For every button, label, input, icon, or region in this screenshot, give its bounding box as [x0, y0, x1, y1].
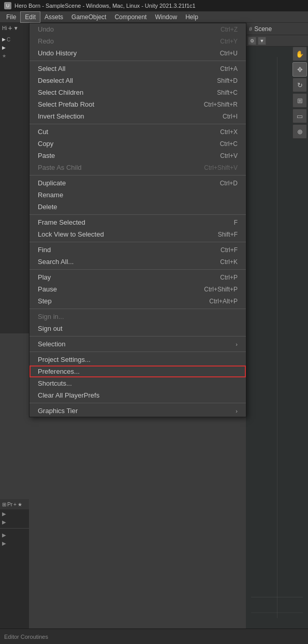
selection-arrow: ›	[236, 341, 238, 347]
menu-item-lock-view[interactable]: Lock View to Selected Shift+F	[30, 228, 246, 240]
scale-tool[interactable]: ⊞	[292, 93, 307, 108]
cut-label: Cut	[38, 128, 48, 136]
menu-item-frame-selected[interactable]: Frame Selected F	[30, 216, 246, 228]
menu-item-duplicate[interactable]: Duplicate Ctrl+D	[30, 177, 246, 189]
menu-file[interactable]: File	[2, 11, 20, 23]
project-header: ⊞ Pr + ★	[0, 499, 29, 509]
pause-shortcut: Ctrl+Shift+P	[204, 286, 238, 293]
transform-tool[interactable]: ⊕	[292, 124, 307, 139]
project-icon: ⊞	[2, 502, 6, 507]
graphics-tier-label: Graphics Tier	[38, 407, 78, 415]
separator-5	[30, 242, 246, 242]
menu-item-rename[interactable]: Rename	[30, 189, 246, 201]
sign-out-label: Sign out	[38, 325, 63, 332]
separator-7	[30, 309, 246, 309]
scene-tools-panel: ✋ ✥ ↻ ⊞ ▭ ⊕	[292, 47, 307, 139]
graphics-tier-arrow: ›	[236, 408, 238, 414]
menu-bar: File Edit Assets GameObject Component Wi…	[0, 11, 308, 23]
menu-item-select-all[interactable]: Select All Ctrl+A	[30, 63, 246, 75]
select-children-label: Select Children	[38, 89, 83, 96]
menu-window[interactable]: Window	[151, 11, 181, 23]
menu-item-selection[interactable]: Selection ›	[30, 338, 246, 350]
hierarchy-menu-icon[interactable]: ▼	[13, 25, 19, 31]
hand-tool[interactable]: ✋	[292, 47, 307, 61]
hierarchy-item[interactable]: ▶ C	[0, 35, 29, 43]
menu-component[interactable]: Component	[110, 11, 151, 23]
menu-item-graphics-tier[interactable]: Graphics Tier ›	[30, 405, 246, 417]
menu-item-preferences[interactable]: Preferences...	[30, 365, 246, 377]
separator-9	[30, 352, 246, 352]
menu-item-step[interactable]: Step Ctrl+Alt+P	[30, 295, 246, 307]
invert-selection-shortcut: Ctrl+I	[223, 113, 238, 120]
separator-2	[30, 124, 246, 124]
menu-help[interactable]: Help	[181, 11, 202, 23]
menu-item-sign-in[interactable]: Sign in...	[30, 311, 246, 323]
clear-playerprefs-label: Clear All PlayerPrefs	[38, 391, 99, 399]
undo-history-shortcut: Ctrl+U	[220, 50, 238, 57]
scene-title: Scene	[254, 25, 272, 33]
hierarchy-item-3[interactable]: ★	[0, 52, 29, 60]
find-shortcut: Ctrl+F	[221, 246, 238, 254]
step-label: Step	[38, 297, 52, 305]
menu-item-delete[interactable]: Delete	[30, 201, 246, 213]
separator-4	[30, 214, 246, 215]
delete-label: Delete	[38, 203, 57, 211]
undo-shortcut: Ctrl+Z	[221, 26, 238, 33]
project-tree-item-3[interactable]: ▶	[0, 531, 29, 539]
scene-toolbar-settings[interactable]: ⚙	[248, 37, 256, 45]
project-tree-item-4[interactable]: ▶	[0, 539, 29, 547]
duplicate-shortcut: Ctrl+D	[220, 180, 238, 187]
paste-label: Paste	[38, 152, 55, 159]
menu-item-search-all[interactable]: Search All... Ctrl+K	[30, 256, 246, 268]
cut-shortcut: Ctrl+X	[220, 128, 238, 136]
redo-shortcut: Ctrl+Y	[220, 38, 238, 45]
hierarchy-item-2[interactable]: ▶	[0, 43, 29, 52]
bottom-label: Editor Coroutines	[4, 634, 48, 640]
menu-item-pause[interactable]: Pause Ctrl+Shift+P	[30, 283, 246, 295]
menu-item-cut[interactable]: Cut Ctrl+X	[30, 126, 246, 138]
grid-line-v	[277, 57, 277, 618]
select-children-shortcut: Shift+C	[217, 89, 238, 96]
menu-item-play[interactable]: Play Ctrl+P	[30, 271, 246, 283]
move-tool[interactable]: ✥	[292, 62, 307, 77]
play-label: Play	[38, 273, 51, 281]
app-icon: U	[4, 2, 11, 9]
hierarchy-plus-icon[interactable]: +	[8, 24, 12, 32]
menu-gameobject[interactable]: GameObject	[67, 11, 110, 23]
menu-edit[interactable]: Edit	[20, 11, 40, 23]
deselect-all-shortcut: Shift+D	[217, 77, 238, 84]
project-star-icon[interactable]: ★	[18, 502, 22, 507]
menu-item-undo-history[interactable]: Undo History Ctrl+U	[30, 47, 246, 59]
search-all-label: Search All...	[38, 258, 74, 266]
menu-item-invert-selection[interactable]: Invert Selection Ctrl+I	[30, 110, 246, 122]
menu-item-copy[interactable]: Copy Ctrl+C	[30, 138, 246, 150]
window-title: Hero Born - SampleScene - Windows, Mac, …	[14, 3, 196, 9]
menu-item-select-prefab-root[interactable]: Select Prefab Root Ctrl+Shift+R	[30, 98, 246, 110]
separator-8	[30, 336, 246, 336]
project-tree-item-2[interactable]: ▶	[0, 518, 29, 526]
project-plus-icon[interactable]: +	[13, 502, 17, 507]
menu-item-paste-as-child[interactable]: Paste As Child Ctrl+Shift+V	[30, 162, 246, 173]
menu-item-select-children[interactable]: Select Children Shift+C	[30, 86, 246, 98]
select-all-shortcut: Ctrl+A	[220, 65, 238, 72]
menu-item-project-settings[interactable]: Project Settings...	[30, 354, 246, 365]
hierarchy-label: Hi	[2, 25, 7, 31]
menu-item-paste[interactable]: Paste Ctrl+V	[30, 150, 246, 162]
menu-item-redo[interactable]: Redo Ctrl+Y	[30, 35, 246, 47]
menu-item-deselect-all[interactable]: Deselect All Shift+D	[30, 75, 246, 86]
rect-tool[interactable]: ▭	[292, 109, 307, 123]
frame-selected-label: Frame Selected	[38, 218, 85, 226]
menu-item-shortcuts[interactable]: Shortcuts...	[30, 377, 246, 389]
paste-as-child-label: Paste As Child	[38, 164, 82, 171]
menu-assets[interactable]: Assets	[40, 11, 67, 23]
menu-item-find[interactable]: Find Ctrl+F	[30, 244, 246, 256]
menu-item-sign-out[interactable]: Sign out	[30, 323, 246, 334]
rotate-tool[interactable]: ↻	[292, 78, 307, 92]
search-all-shortcut: Ctrl+K	[220, 258, 238, 266]
step-shortcut: Ctrl+Alt+P	[209, 298, 238, 305]
menu-item-undo[interactable]: Undo Ctrl+Z	[30, 23, 246, 35]
selection-label: Selection	[38, 340, 65, 348]
scene-toolbar-dropdown[interactable]: ▼	[258, 37, 266, 45]
menu-item-clear-playerprefs[interactable]: Clear All PlayerPrefs	[30, 389, 246, 401]
project-tree-item-1[interactable]: ▶	[0, 509, 29, 518]
